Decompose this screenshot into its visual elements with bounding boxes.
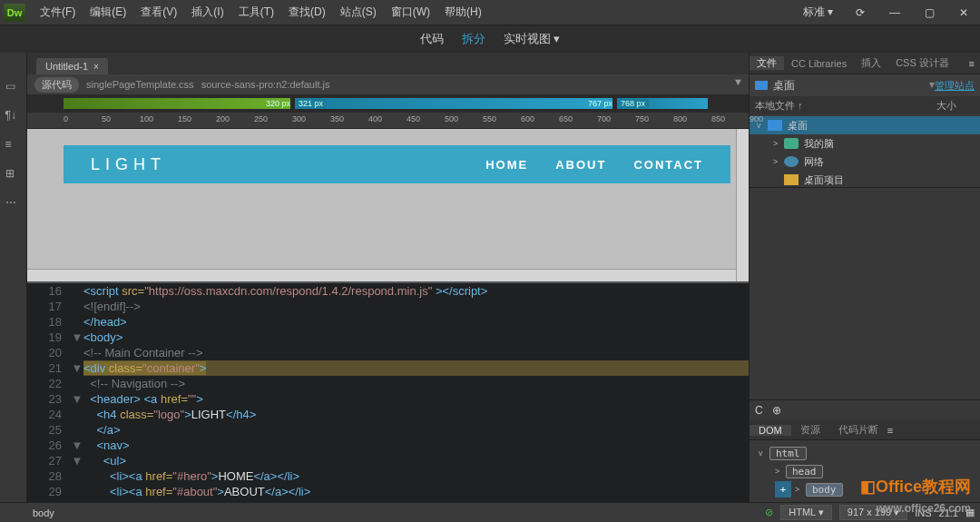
dom-tree-row[interactable]: >head [750, 462, 980, 480]
close-button[interactable]: ✕ [951, 4, 976, 22]
live-preview-pane[interactable]: LIGHT HOME ABOUT CONTACT [27, 129, 749, 283]
ruler-tick: 200 [216, 114, 230, 123]
code-line[interactable]: 16 <script src="https://oss.maxcdn.com/r… [27, 283, 749, 299]
source-code-pill[interactable]: 源代码 [34, 77, 79, 93]
file-tree-row[interactable]: v桌面 [750, 116, 980, 134]
document-tab-label: Untitled-1 [45, 61, 88, 72]
ruler-tick: 600 [521, 114, 534, 123]
tab-cc-libraries[interactable]: CC Libraries [784, 58, 854, 69]
ruler-tick: 350 [330, 114, 344, 123]
refresh-icon[interactable]: C [755, 404, 763, 417]
site-dropdown[interactable]: 桌面 ▾ [773, 78, 935, 94]
preview-scrollbar-horizontal[interactable] [27, 269, 736, 281]
sync-icon[interactable]: ⟳ [848, 4, 873, 22]
code-line[interactable]: 25 </a> [27, 422, 749, 438]
menu-item[interactable]: 窗口(W) [384, 5, 437, 20]
menu-item[interactable]: 查找(D) [281, 5, 333, 20]
close-tab-icon[interactable]: × [93, 62, 99, 72]
panel-menu-icon[interactable]: ≡ [964, 58, 980, 69]
right-panel-group: 文件 CC Libraries 插入 CSS 设计器 ≡ 桌面 ▾ 管理站点 本… [749, 53, 980, 502]
related-file[interactable]: source-sans-pro:n2:default.js [201, 79, 330, 90]
code-line[interactable]: 20 <!-- Main Container --> [27, 345, 749, 360]
status-ok-icon[interactable]: ⊘ [765, 507, 773, 518]
text-tool-icon[interactable]: ¶↓ [5, 109, 22, 125]
menu-item[interactable]: 站点(S) [333, 5, 384, 20]
ruler-tick: 750 [635, 114, 649, 123]
tab-insert[interactable]: 插入 [854, 56, 888, 70]
tab-assets[interactable]: 资源 [791, 423, 829, 437]
menu-item[interactable]: 插入(I) [184, 5, 230, 20]
preview-nav-contact[interactable]: CONTACT [633, 158, 703, 172]
maximize-button[interactable]: ▢ [916, 4, 942, 22]
ruler-tick: 550 [483, 114, 496, 123]
tab-files[interactable]: 文件 [750, 56, 784, 70]
code-line[interactable]: 27▼ <ul> [27, 453, 749, 468]
file-tree-row[interactable]: 桌面项目 [750, 171, 980, 189]
panel-menu-icon[interactable]: ≡ [887, 425, 893, 436]
insert-mode[interactable]: INS [915, 507, 931, 518]
manage-sites-link[interactable]: 管理站点 [935, 79, 975, 93]
view-split[interactable]: 拆分 [462, 31, 485, 47]
menu-item[interactable]: 查看(V) [133, 5, 184, 20]
code-line[interactable]: 26▼ <nav> [27, 438, 749, 453]
tab-snippets[interactable]: 代码片断 [829, 423, 887, 437]
code-line[interactable]: 28 <li><a href="#hero">HOME</a></li> [27, 468, 749, 484]
insert-div-icon[interactable]: ▭ [5, 80, 22, 96]
media-query-segment[interactable]: 768 px [617, 98, 708, 109]
file-tree-row[interactable]: >网络 [750, 153, 980, 171]
media-query-segment[interactable]: 320 px [64, 98, 290, 109]
column-header-size[interactable]: 大小 [936, 99, 975, 113]
preview-nav-home[interactable]: HOME [485, 158, 528, 172]
code-line[interactable]: 23▼ <header> <a href=""> [27, 391, 749, 407]
filter-icon[interactable]: ▼ [733, 76, 743, 87]
menu-item[interactable]: 工具(T) [231, 5, 281, 20]
list-tool-icon[interactable]: ≡ [5, 138, 22, 154]
add-element-button[interactable]: + [775, 481, 791, 497]
menubar: Dw 文件(F)编辑(E)查看(V)插入(I)工具(T)查找(D)站点(S)窗口… [0, 0, 980, 25]
tab-dom[interactable]: DOM [750, 425, 791, 436]
document-tab-bar: Untitled-1 × [27, 53, 749, 74]
left-toolbar: ▭ ¶↓ ≡ ⊞ ⋯ [0, 53, 27, 502]
tab-css-designer[interactable]: CSS 设计器 [888, 56, 956, 70]
dom-tree-row[interactable]: +>body [750, 480, 980, 498]
collapse-icon[interactable]: ⊕ [772, 404, 781, 417]
more-tools-icon[interactable]: ⋯ [5, 196, 22, 212]
document-tab[interactable]: Untitled-1 × [36, 58, 108, 74]
preview-scrollbar-vertical[interactable] [736, 129, 749, 281]
menu-item[interactable]: 帮助(H) [437, 5, 489, 20]
manage-icon[interactable]: ⊞ [5, 167, 22, 183]
dom-tree-row[interactable]: vhtml [750, 444, 980, 462]
media-query-bar[interactable]: 320 px 321 px767 px 768 px [27, 94, 749, 113]
preview-nav-about[interactable]: ABOUT [555, 158, 606, 172]
code-line[interactable]: 17 <![endif]--> [27, 299, 749, 314]
related-file[interactable]: singlePageTemplate.css [86, 79, 194, 90]
code-editor[interactable]: 16 <script src="https://oss.maxcdn.com/r… [27, 283, 749, 502]
view-live[interactable]: 实时视图 ▾ [504, 31, 561, 47]
viewport-size[interactable]: 917 x 199 ▾ [839, 505, 907, 520]
minimize-button[interactable]: — [882, 4, 907, 22]
file-tree-row[interactable]: >我的脑 [750, 134, 980, 153]
code-line[interactable]: 18 </head> [27, 314, 749, 330]
preview-header: LIGHT HOME ABOUT CONTACT [64, 145, 730, 183]
menu-item[interactable]: 编辑(E) [83, 5, 133, 20]
dom-panel: C ⊕ DOM 资源 代码片断 ≡ vhtml>head+>body [750, 399, 980, 502]
view-code[interactable]: 代码 [420, 31, 444, 47]
code-line[interactable]: 19▼<body> [27, 330, 749, 345]
tag-selector-path[interactable]: body [5, 507, 54, 518]
menu-item[interactable]: 文件(F) [33, 5, 83, 20]
language-selector[interactable]: HTML ▾ [780, 505, 832, 520]
ruler-tick: 400 [368, 114, 382, 123]
preview-icon[interactable]: ▦ [965, 507, 975, 518]
workspace-switcher[interactable]: 标准 ▾ [798, 5, 838, 20]
site-icon [755, 81, 768, 90]
ruler-tick: 50 [102, 114, 111, 123]
files-panel: 桌面 ▾ 管理站点 本地文件 ↑ 大小 v桌面>我的脑>网络桌面项目 [750, 74, 980, 188]
code-line[interactable]: 22 <!-- Navigation --> [27, 376, 749, 391]
media-query-segment[interactable]: 321 px767 px [295, 98, 612, 109]
ruler-tick: 100 [140, 114, 153, 123]
code-line[interactable]: 21▼<div class="container"> [27, 360, 749, 376]
code-line[interactable]: 29 <li><a href="#about">ABOUT</a></li> [27, 484, 749, 499]
column-header-file[interactable]: 本地文件 ↑ [755, 99, 803, 113]
code-line[interactable]: 24 <h4 class="logo">LIGHT</h4> [27, 407, 749, 422]
preview-logo[interactable]: LIGHT [91, 155, 166, 174]
